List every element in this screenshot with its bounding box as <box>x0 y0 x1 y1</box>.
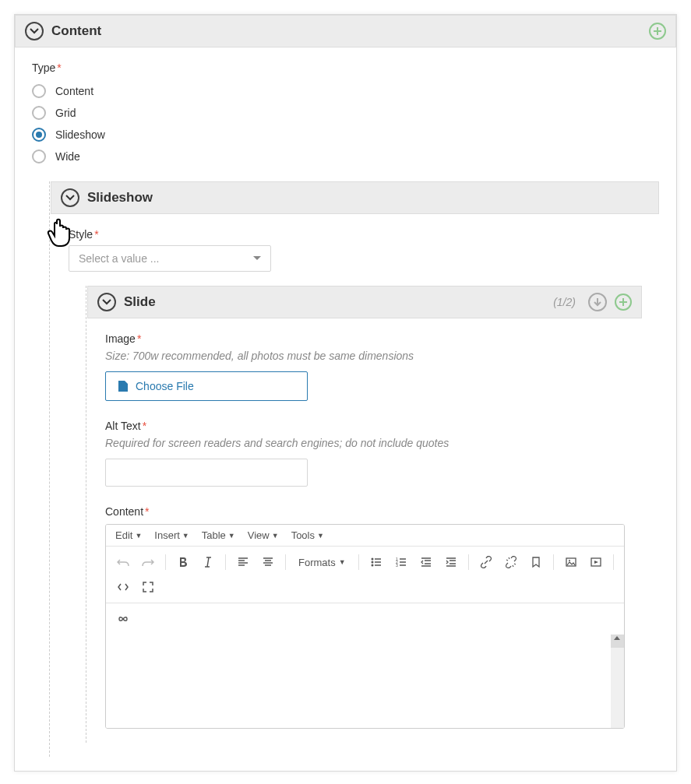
infinity-icon <box>117 613 129 625</box>
chevron-down-icon <box>65 193 75 202</box>
link-icon <box>480 556 492 568</box>
plus-icon <box>619 297 628 307</box>
align-left-icon <box>237 556 249 568</box>
fullscreen-button[interactable] <box>137 576 159 598</box>
add-slide-button[interactable] <box>615 294 632 311</box>
svg-point-0 <box>121 383 122 385</box>
outdent-icon <box>420 556 432 568</box>
type-option-wide[interactable]: Wide <box>32 146 659 167</box>
content-panel: Content Type* Content Grid Slideshow Wi <box>14 14 677 772</box>
plus-icon <box>653 26 662 36</box>
image-file-icon <box>117 380 129 392</box>
radio-icon <box>32 149 46 163</box>
slide-section: Slide (1/2) I <box>86 286 642 743</box>
link-button[interactable] <box>475 551 497 573</box>
bullet-list-icon <box>370 556 383 568</box>
add-content-button[interactable] <box>649 23 666 40</box>
content-panel-title: Content <box>51 23 101 39</box>
align-center-button[interactable] <box>257 551 279 573</box>
slideshow-body: Style* Select a value ... Slide <box>51 214 659 757</box>
svg-text:3: 3 <box>396 563 398 568</box>
bold-button[interactable] <box>172 551 194 573</box>
image-label: Image* <box>105 332 625 345</box>
bookmark-button[interactable] <box>525 551 547 573</box>
formats-dropdown[interactable]: Formats▼ <box>292 554 352 571</box>
type-option-slideshow[interactable]: Slideshow <box>32 124 659 146</box>
menu-edit[interactable]: Edit▼ <box>115 529 142 541</box>
italic-button[interactable] <box>197 551 219 573</box>
bold-icon <box>177 556 189 568</box>
media-icon <box>590 556 602 568</box>
unlink-button[interactable] <box>500 551 522 573</box>
align-center-icon <box>262 556 274 568</box>
chevron-down-icon <box>102 297 111 307</box>
menu-insert[interactable]: Insert▼ <box>154 529 189 541</box>
redo-button[interactable] <box>137 551 159 573</box>
content-panel-header: Content <box>15 15 676 47</box>
radio-icon <box>32 128 46 142</box>
editor-scrollbar[interactable] <box>611 635 624 728</box>
indent-icon <box>445 556 457 568</box>
menu-view[interactable]: View▼ <box>248 529 279 541</box>
svg-point-8 <box>569 560 570 561</box>
collapse-toggle-content[interactable] <box>25 22 44 40</box>
numbered-list-icon: 123 <box>395 556 407 568</box>
slideshow-section: Slideshow Style* Select a value ... <box>49 181 659 757</box>
slide-body: Image* Size: 700w recommended, all photo… <box>88 318 642 743</box>
svg-point-3 <box>371 564 373 567</box>
menu-table[interactable]: Table▼ <box>202 529 235 541</box>
svg-point-1 <box>371 558 373 561</box>
alt-text-help: Required for screen readers and search e… <box>105 437 625 449</box>
slide-counter: (1/2) <box>553 296 576 308</box>
move-slide-down-button[interactable] <box>588 293 607 311</box>
type-option-content[interactable]: Content <box>32 80 659 102</box>
numbered-list-button[interactable]: 123 <box>390 551 412 573</box>
editor-menubar: Edit▼ Insert▼ Table▼ View▼ Tools▼ <box>106 525 624 547</box>
editor-toolbar-secondary <box>106 603 624 635</box>
rich-text-editor: Edit▼ Insert▼ Table▼ View▼ Tools▼ <box>105 524 625 729</box>
slideshow-panel-header: Slideshow <box>51 181 659 214</box>
fullscreen-icon <box>142 581 154 593</box>
type-label: Type* <box>32 62 659 74</box>
arrow-down-icon <box>593 297 602 307</box>
radio-icon <box>32 106 46 120</box>
style-label: Style* <box>69 228 642 241</box>
choose-file-button[interactable]: Choose File <box>105 371 308 401</box>
undo-button[interactable] <box>112 551 134 573</box>
style-select[interactable]: Select a value ... <box>69 245 271 272</box>
image-icon <box>565 556 577 568</box>
image-button[interactable] <box>560 551 582 573</box>
menu-tools[interactable]: Tools▼ <box>291 529 324 541</box>
collapse-toggle-slide[interactable] <box>97 293 116 311</box>
align-left-button[interactable] <box>232 551 254 573</box>
svg-point-2 <box>371 561 373 564</box>
undo-icon <box>117 556 129 568</box>
media-button[interactable] <box>585 551 607 573</box>
indent-button[interactable] <box>440 551 462 573</box>
chevron-down-icon <box>30 26 39 36</box>
alt-text-input[interactable] <box>105 459 308 487</box>
caret-down-icon <box>253 255 261 262</box>
slideshow-panel-title: Slideshow <box>87 190 153 206</box>
slide-panel-header: Slide (1/2) <box>87 286 642 318</box>
redo-icon <box>142 556 154 568</box>
bullet-list-button[interactable] <box>365 551 387 573</box>
unlink-icon <box>505 556 517 568</box>
bookmark-icon <box>530 556 542 568</box>
type-radio-group: Content Grid Slideshow Wide <box>32 80 659 167</box>
alt-text-label: Alt Text* <box>105 420 625 432</box>
collapse-toggle-slideshow[interactable] <box>61 188 79 207</box>
image-help: Size: 700w recommended, all photos must … <box>105 350 625 362</box>
slide-panel-title: Slide <box>124 294 156 310</box>
type-option-grid[interactable]: Grid <box>32 102 659 124</box>
scroll-up-icon <box>614 636 620 640</box>
content-body: Type* Content Grid Slideshow Wide <box>15 47 676 771</box>
italic-icon <box>202 556 214 568</box>
editor-toolbar: Formats▼ 123 <box>106 547 624 603</box>
radio-icon <box>32 84 46 98</box>
infinity-button[interactable] <box>112 608 134 630</box>
outdent-button[interactable] <box>415 551 437 573</box>
editor-content-area[interactable] <box>106 635 624 728</box>
content-field-label: Content* <box>105 505 625 518</box>
code-button[interactable] <box>112 576 134 598</box>
